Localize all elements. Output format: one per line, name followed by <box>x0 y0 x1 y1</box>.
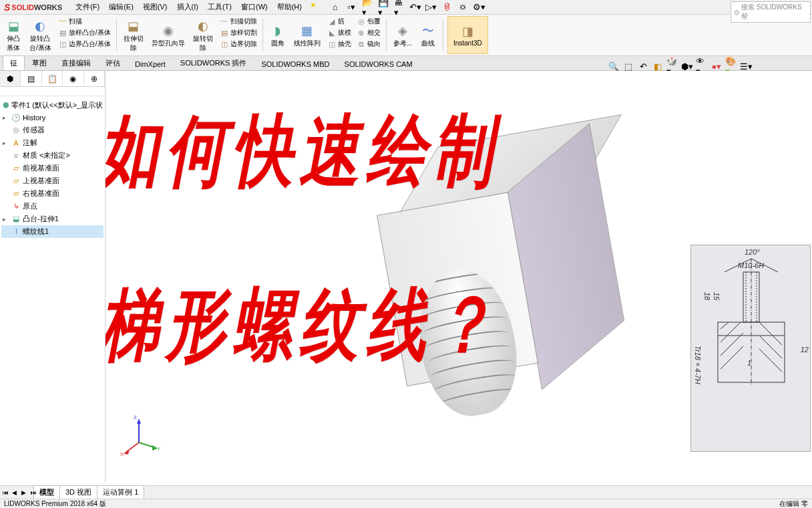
svg-line-19 <box>759 336 782 358</box>
save-icon[interactable]: 💾▾ <box>378 2 389 13</box>
menu-bar: S SOLIDWORKS 文件(F) 编辑(E) 视图(V) 插入(I) 工具(… <box>0 0 812 15</box>
sweep-cut-button[interactable]: 〰扫描切除 <box>218 16 258 27</box>
dim-angle: 120° <box>745 248 760 256</box>
boundary-cut-button[interactable]: ◫边界切除 <box>218 39 258 49</box>
new-icon[interactable]: ▫▾ <box>346 2 357 13</box>
sweep-button[interactable]: 〰扫描 <box>57 16 112 27</box>
loft-cut-button[interactable]: ▤放样切割 <box>218 27 258 38</box>
tab-evaluate[interactable]: 评估 <box>98 55 128 70</box>
menu-edit[interactable]: 编辑(E) <box>105 1 138 13</box>
tab-addins[interactable]: SOLIDWORKS 插件 <box>173 55 254 70</box>
tab-direct-edit[interactable]: 直接编辑 <box>54 55 98 70</box>
sidetab-display[interactable]: ◉ <box>63 71 83 86</box>
revolve-boss-button[interactable]: ◐ 旋转凸 台/基体 <box>27 16 54 54</box>
bottom-tab-3dview[interactable]: 3D 视图 <box>59 485 97 499</box>
tab-cam[interactable]: SOLIDWORKS CAM <box>337 57 420 70</box>
tree-material[interactable]: ≡材质 <未指定> <box>1 149 104 162</box>
extrude-cut-button[interactable]: ⬓ 拉伸切 除 <box>121 16 146 54</box>
search-box[interactable]: ⊙ 搜索 SOLIDWORKS 帮 <box>731 1 811 23</box>
status-bar: LIDWORKS Premium 2018 x64 版 在编辑 零 <box>0 499 812 508</box>
tree-top-plane[interactable]: ▱上视基准面 <box>1 174 104 187</box>
ribbon-toolbar: ⬓ 伸凸 基体 ◐ 旋转凸 台/基体 〰扫描 ▤放样凸台/基体 ◫边界凸台/基体… <box>0 15 812 56</box>
tree-front-plane[interactable]: ▱前视基准面 <box>1 162 104 174</box>
linear-pattern-button[interactable]: ▦ 线性阵列 <box>291 16 323 54</box>
hole-wizard-button[interactable]: ◉ 异型孔向导 <box>149 16 188 54</box>
draft-button[interactable]: ◣拔模 <box>326 27 353 38</box>
graphics-viewport[interactable]: 如何快速绘制 梯形螺纹线？ Z Y X <box>106 71 812 483</box>
extrude-icon: ⬓ <box>5 18 21 34</box>
menu-tools[interactable]: 工具(T) <box>204 1 236 13</box>
loft-button[interactable]: ▤放样凸台/基体 <box>57 27 112 38</box>
sidetab-feature-tree[interactable]: ⬢ <box>0 71 21 86</box>
rebuild-icon[interactable]: 🛢 <box>442 2 453 13</box>
nav-next-icon[interactable]: ▶ <box>21 489 29 496</box>
intersect-button[interactable]: ⊗相交 <box>355 27 382 38</box>
tree-history[interactable]: ▸🕑History <box>1 112 104 124</box>
menu-file[interactable]: 文件(F) <box>71 1 104 13</box>
options-icon[interactable]: ⛭ <box>458 2 469 13</box>
boundary-button[interactable]: ◫边界凸台/基体 <box>57 39 112 49</box>
mirror-button[interactable]: ⧉镜向 <box>355 39 382 49</box>
dim-15: 15 <box>713 292 721 300</box>
sensor-icon: ◎ <box>11 126 21 135</box>
curves-button[interactable]: 〜 曲线 <box>417 16 439 54</box>
tab-dimxpert[interactable]: DimXpert <box>128 57 173 70</box>
solidworks-icon: S <box>4 2 10 13</box>
menu-insert[interactable]: 插入(I) <box>173 1 202 13</box>
svg-line-20 <box>759 349 782 372</box>
svg-line-16 <box>721 333 743 356</box>
open-icon[interactable]: 📂▾ <box>362 2 373 13</box>
dim-thread2: Tr18×4-7H <box>694 346 702 384</box>
extrude-icon: ⬓ <box>11 215 21 224</box>
expand-icon[interactable]: ▸ <box>3 140 9 146</box>
expand-icon[interactable]: ▸ <box>3 216 9 223</box>
revolve-icon: ◐ <box>32 18 48 34</box>
tree-helix[interactable]: ⌇螺纹线1 <box>1 225 104 238</box>
tree-annotations[interactable]: ▸A注解 <box>1 136 104 149</box>
select-icon[interactable]: ▷▾ <box>426 2 437 13</box>
fillet-button[interactable]: ◗ 圆角 <box>267 16 288 54</box>
reference-button[interactable]: ◈ 参考... <box>391 16 415 54</box>
extrude-boss-button[interactable]: ⬓ 伸凸 基体 <box>3 16 24 54</box>
home-icon[interactable]: ⌂ <box>330 2 341 13</box>
hole-icon: ◉ <box>160 23 176 39</box>
revolve-cut-button[interactable]: ◐ 旋转切 除 <box>190 16 216 54</box>
tree-origin[interactable]: ↳原点 <box>1 200 104 213</box>
tab-mbd[interactable]: SOLIDWORKS MBD <box>254 57 337 70</box>
nav-prev-icon[interactable]: ◀ <box>12 489 20 496</box>
tree-right-plane[interactable]: ▱右视基准面 <box>1 187 104 200</box>
instant3d-button[interactable]: ◨ Instant3D <box>447 16 488 54</box>
print-icon[interactable]: 🖶▾ <box>394 2 405 13</box>
star-icon[interactable]: ★ <box>310 1 317 13</box>
orientation-triad[interactable]: Z Y X <box>119 416 159 456</box>
shell-button[interactable]: ◫抽壳 <box>326 39 353 49</box>
menu-help[interactable]: 帮助(H) <box>273 1 306 13</box>
tree-sensors[interactable]: ◎传感器 <box>1 124 104 136</box>
nav-first-icon[interactable]: ⏮ <box>3 489 11 496</box>
bottom-tab-motion[interactable]: 运动算例 1 <box>97 485 144 499</box>
boundary-cut-icon: ◫ <box>220 39 229 49</box>
undo-icon[interactable]: ↶▾ <box>410 2 421 13</box>
svg-marker-5 <box>124 449 130 455</box>
sidetab-config[interactable]: 📋 <box>42 71 63 86</box>
sidetab-property[interactable]: ▤ <box>21 71 41 86</box>
menu-window[interactable]: 窗口(W) <box>237 1 272 13</box>
tree-root[interactable]: ⬢零件1 (默认<<默认>_显示状 <box>1 99 104 112</box>
origin-icon: ↳ <box>11 202 21 211</box>
sidetab-dim[interactable]: ⊕ <box>84 71 105 86</box>
wrap-button[interactable]: ◎包覆 <box>355 16 382 27</box>
reference-label: 参考... <box>393 39 412 48</box>
ribbon-sep3 <box>386 19 387 51</box>
tab-features[interactable]: 征 <box>3 55 25 70</box>
mirror-icon: ⧉ <box>357 39 366 49</box>
sweep-cut-icon: 〰 <box>220 17 229 26</box>
boss-sub-group: 〰扫描 ▤放样凸台/基体 ◫边界凸台/基体 <box>57 16 112 54</box>
plane-icon: ▱ <box>11 176 21 186</box>
menu-view[interactable]: 视图(V) <box>139 1 172 13</box>
rib-button[interactable]: ◢筋 <box>326 16 353 27</box>
tree-boss-extrude[interactable]: ▸⬓凸台-拉伸1 <box>1 213 104 225</box>
expand-icon[interactable]: ▸ <box>3 114 9 121</box>
tab-sketch[interactable]: 草图 <box>25 55 54 70</box>
nav-last-icon[interactable]: ⏭ <box>31 489 39 496</box>
settings-icon[interactable]: ⚙▾ <box>474 2 485 13</box>
